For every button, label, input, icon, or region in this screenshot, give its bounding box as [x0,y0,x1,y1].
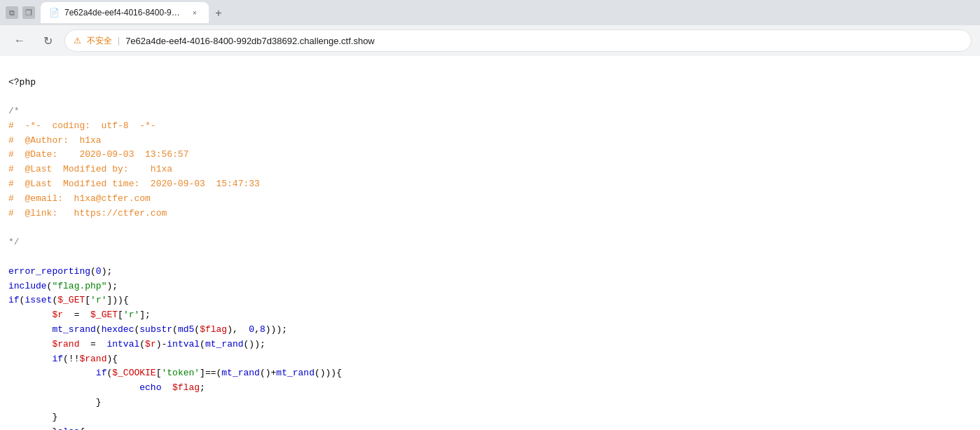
copy-pages-icon[interactable]: ⧉ [6,6,18,19]
error-reporting: error_reporting [8,266,90,277]
tab-title: 7e62a4de-eef4-4016-8400-992d [64,8,184,18]
code-display: <?php /* # -*- coding: utf-8 -*- # @Auth… [8,76,972,431]
security-icon: ⚠ [74,36,81,46]
comment-block: /* # -*- coding: utf-8 -*- # @Author: h1… [8,106,260,247]
browser-window: ⧉ ❐ 📄 7e62a4de-eef4-4016-8400-992d × + ←… [0,0,980,430]
page-content: <?php /* # -*- coding: utf-8 -*- # @Auth… [0,56,980,430]
window-restore-icon[interactable]: ❐ [22,6,35,19]
security-text: 不安全 [87,35,112,47]
window-controls: ⧉ ❐ [6,6,35,19]
tabs-area: 📄 7e62a4de-eef4-4016-8400-992d × + [41,2,974,23]
url-text: 7e62a4de-eef4-4016-8400-992db7d38692.cha… [125,36,962,46]
new-tab-button[interactable]: + [209,4,228,23]
address-bar[interactable]: ⚠ 不安全 | 7e62a4de-eef4-4016-8400-992db7d3… [64,29,972,52]
tab-favicon: 📄 [49,8,59,18]
nav-bar: ← ↻ ⚠ 不安全 | 7e62a4de-eef4-4016-8400-992d… [0,25,980,56]
active-tab[interactable]: 📄 7e62a4de-eef4-4016-8400-992d × [41,2,209,23]
tab-close-button[interactable]: × [189,7,200,18]
reload-button[interactable]: ↻ [36,29,59,52]
back-button[interactable]: ← [8,29,31,52]
title-bar: ⧉ ❐ 📄 7e62a4de-eef4-4016-8400-992d × + [0,0,980,25]
address-separator: | [118,36,120,46]
php-open-tag: <?php [8,77,36,88]
